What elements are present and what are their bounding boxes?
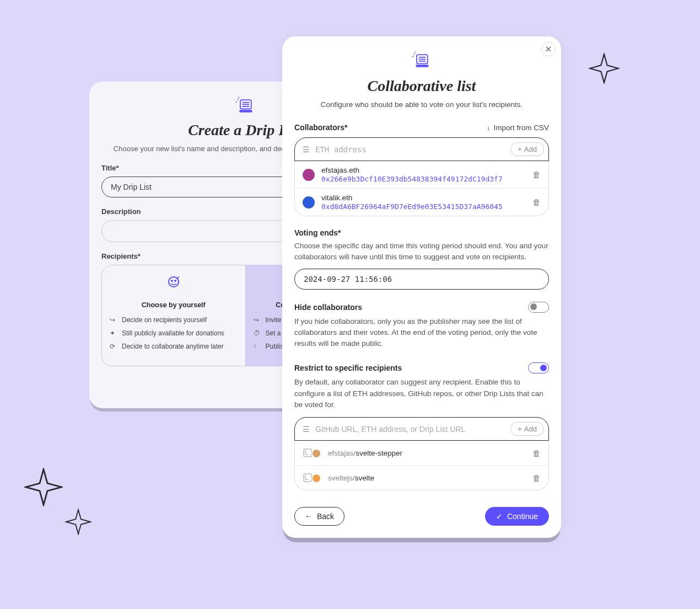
recipient-input[interactable]	[315, 425, 505, 434]
public-icon: ✦	[110, 329, 117, 338]
trash-icon: 🗑	[532, 473, 541, 483]
repo-owner: efstajas/	[328, 449, 356, 457]
bullet-text: Still publicly available for donations	[122, 329, 224, 338]
restrict-recipients-label: Restrict to specific recipients	[294, 364, 402, 372]
plus-icon: +	[518, 425, 522, 433]
recipient-input-row: ☰ +Add	[294, 417, 549, 441]
restrict-recipients-toggle[interactable]	[528, 362, 549, 373]
repo-icon	[303, 447, 321, 459]
list-bullet-icon: ☰	[303, 425, 310, 434]
download-icon: ↓	[487, 124, 491, 132]
bullet-text: Decide on recipients yourself	[122, 316, 207, 325]
avatar	[303, 196, 315, 209]
clock-icon: ⏱	[254, 329, 261, 338]
voting-ends-input[interactable]	[294, 269, 549, 290]
svg-rect-4	[239, 110, 252, 113]
delete-button[interactable]: 🗑	[532, 197, 541, 207]
delete-button[interactable]: 🗑	[532, 448, 541, 458]
publish-icon: ↑	[254, 342, 261, 351]
collaborative-list-modal: Collaborative list Configure who should …	[282, 36, 561, 538]
hide-collaborators-label: Hide collaborators	[294, 303, 362, 312]
svg-rect-22	[304, 449, 311, 457]
continue-button[interactable]: ✓ Continue	[485, 507, 549, 526]
svg-rect-23	[304, 474, 311, 482]
sparkle-icon	[589, 53, 620, 84]
repo-owner: sveltejs/	[328, 474, 355, 482]
svg-point-6	[171, 280, 173, 282]
list-icon	[282, 51, 561, 71]
voting-ends-label: Voting ends*	[294, 228, 549, 237]
hide-collaborators-help: If you hide collaborators, only you as t…	[294, 316, 549, 350]
modal-title: Collaborative list	[294, 77, 549, 95]
collaborators-list: efstajas.eth 0x266e9b3Dcf10E393db5483839…	[294, 161, 549, 216]
delete-button[interactable]: 🗑	[532, 473, 541, 483]
check-icon: ↪	[110, 316, 117, 325]
close-button[interactable]	[541, 42, 556, 56]
repo-icon	[303, 472, 321, 484]
import-csv-button[interactable]: ↓ Import from CSV	[487, 124, 549, 132]
collaborator-name: vitalik.eth	[321, 194, 526, 202]
sparkle-icon	[65, 509, 91, 535]
svg-rect-21	[416, 65, 428, 67]
trash-icon: 🗑	[532, 170, 541, 179]
collaborators-label: Collaborators*	[294, 123, 347, 132]
modal-subtitle: Configure who should be able to vote on …	[294, 100, 549, 109]
later-icon: ⟳	[110, 342, 117, 351]
trash-icon: 🗑	[532, 197, 541, 207]
collaborator-address: 0x266e9b3Dcf10E393db54838394f49172dC19d3…	[321, 175, 526, 183]
close-icon	[545, 46, 552, 52]
add-button[interactable]: +Add	[510, 422, 544, 436]
recipient-item: sveltejs/svelte 🗑	[295, 465, 548, 490]
collaborator-input-row: ☰ +Add	[294, 137, 549, 161]
arrow-left-icon: ←	[305, 512, 313, 521]
check-icon: ✓	[496, 512, 503, 521]
recipient-item: efstajas/svelte-stepper 🗑	[295, 441, 548, 465]
repo-name: svelte-stepper	[356, 449, 402, 457]
collaborator-name: efstajas.eth	[321, 166, 526, 174]
trash-icon: 🗑	[532, 448, 541, 458]
voting-ends-help: Choose the specific day and time this vo…	[294, 241, 549, 263]
svg-point-7	[174, 280, 176, 282]
add-button[interactable]: +Add	[510, 142, 544, 156]
collaborator-item: efstajas.eth 0x266e9b3Dcf10E393db5483839…	[295, 161, 548, 188]
repo-name: svelte	[355, 474, 374, 482]
recipients-list: efstajas/svelte-stepper 🗑 sveltejs/svelt…	[294, 441, 549, 490]
invite-icon: ↪	[254, 316, 261, 325]
person-icon	[110, 275, 238, 296]
collaborator-address: 0xd8dA6BF26964aF9D7eEd9e03E53415D37aA960…	[321, 202, 526, 211]
card-title: Choose by yourself	[110, 301, 238, 309]
back-button[interactable]: ← Back	[294, 507, 344, 526]
restrict-recipients-help: By default, any collaborator can suggest…	[294, 377, 549, 410]
list-bullet-icon: ☰	[303, 145, 310, 154]
collaborator-item: vitalik.eth 0xd8dA6BF26964aF9D7eEd9e03E5…	[295, 188, 548, 216]
eth-address-input[interactable]	[315, 145, 505, 154]
delete-button[interactable]: 🗑	[532, 170, 541, 179]
avatar	[303, 169, 315, 181]
sparkle-icon	[24, 468, 63, 506]
bullet-text: Decide to collaborate anytime later	[122, 342, 224, 351]
hide-collaborators-toggle[interactable]	[528, 302, 549, 313]
plus-icon: +	[518, 145, 522, 153]
choose-yourself-card[interactable]: Choose by yourself ↪Decide on recipients…	[102, 265, 246, 366]
